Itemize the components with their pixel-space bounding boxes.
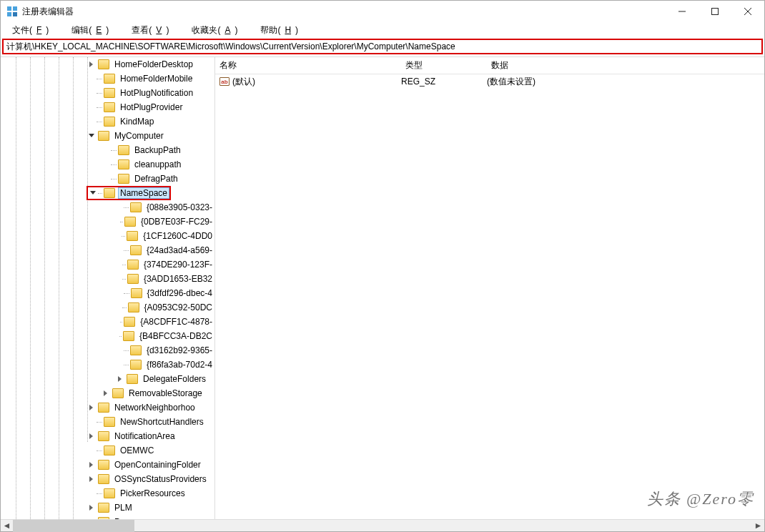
tree-item[interactable]: {A0953C92-50DC	[1, 300, 214, 315]
tree-item[interactable]: HomeFolderDesktop	[1, 57, 214, 72]
menu-view[interactable]: 查看(V)	[123, 23, 177, 38]
scroll-left-button[interactable]: ◄	[1, 520, 13, 532]
collapse-icon[interactable]	[88, 190, 98, 196]
tree-item[interactable]: {0DB7E03F-FC29-	[1, 215, 214, 229]
tree-item[interactable]: DelegateFolders	[1, 372, 214, 386]
string-value-icon: ab	[219, 77, 230, 86]
tree-item[interactable]: {f86fa3ab-70d2-4	[1, 358, 214, 372]
tree-item-label: {374DE290-123F-	[142, 259, 214, 270]
expand-icon[interactable]	[87, 476, 97, 482]
collapse-icon[interactable]	[87, 133, 97, 139]
tree-item[interactable]: OpenContainingFolder	[1, 458, 214, 472]
expand-icon[interactable]	[115, 376, 125, 382]
tree-item[interactable]: KindMap	[1, 114, 214, 129]
tree-item[interactable]: OSSyncStatusProviders	[1, 472, 214, 486]
expand-icon[interactable]	[87, 433, 97, 439]
address-bar[interactable]: 计算机\HKEY_LOCAL_MACHINE\SOFTWARE\Microsof…	[2, 39, 763, 54]
titlebar: 注册表编辑器	[1, 1, 764, 22]
tree-item[interactable]: HotPlugNotification	[1, 86, 214, 100]
folder-icon	[104, 188, 115, 198]
tree-item-label: OpenContainingFolder	[112, 459, 203, 471]
svg-rect-1	[13, 6, 17, 11]
tree-item[interactable]: {A8CDFF1C-4878-	[1, 315, 214, 329]
tree-item[interactable]: {088e3905-0323-	[1, 200, 214, 215]
tree-item[interactable]: RemovableStorage	[1, 386, 214, 400]
expand-icon[interactable]	[87, 405, 97, 410]
tree-item[interactable]: {3dfdf296-dbec-4	[1, 286, 214, 300]
tree-item[interactable]: {3ADD1653-EB32	[1, 272, 214, 286]
app-icon	[6, 6, 18, 17]
folder-icon	[112, 388, 124, 398]
tree-item[interactable]: {24ad3ad4-a569-	[1, 243, 214, 257]
scroll-thumb[interactable]	[13, 520, 134, 532]
tree-item-label: OEMWC	[118, 445, 156, 456]
folder-icon	[98, 474, 109, 484]
tree-item-label: {088e3905-0323-	[144, 202, 214, 213]
tree-item[interactable]: cleanuppath	[1, 157, 214, 172]
tree-item-label: {A8CDFF1C-4878-	[138, 316, 214, 327]
menu-file[interactable]: 文件(F)	[4, 23, 57, 38]
folder-icon	[104, 117, 115, 127]
tree-item[interactable]: Power	[1, 515, 214, 519]
folder-icon	[118, 145, 129, 155]
tree-item-label: HotPlugProvider	[118, 102, 184, 113]
tree-item[interactable]: NetworkNeighborhoo	[1, 400, 214, 415]
minimize-button[interactable]	[666, 1, 699, 22]
tree-item[interactable]: MyComputer	[1, 129, 214, 143]
folder-icon	[124, 317, 135, 327]
tree-item[interactable]: PLM	[1, 501, 214, 515]
scroll-right-button[interactable]: ►	[752, 520, 764, 532]
tree-item[interactable]: {374DE290-123F-	[1, 257, 214, 272]
tree-item[interactable]: HomeFolderMobile	[1, 72, 214, 86]
tree-item[interactable]: BackupPath	[1, 143, 214, 157]
expand-icon[interactable]	[101, 390, 111, 396]
tree-item-label: HomeFolderDesktop	[112, 59, 195, 70]
tree-item[interactable]: OEMWC	[1, 443, 214, 458]
value-type: REG_SZ	[401, 77, 487, 87]
folder-icon	[98, 59, 109, 69]
tree-item-label: NewShortcutHandlers	[118, 416, 206, 428]
tree-item[interactable]: {B4BFCC3A-DB2C	[1, 329, 214, 343]
tree-pane[interactable]: HomeFolderDesktopHomeFolderMobileHotPlug…	[1, 57, 215, 519]
expand-icon[interactable]	[87, 61, 97, 67]
col-header-type[interactable]: 类型	[401, 59, 487, 72]
menu-favorites[interactable]: 收藏夹(A)	[183, 23, 246, 38]
tree-item-label: HomeFolderMobile	[118, 73, 194, 84]
col-header-data[interactable]: 数据	[487, 59, 764, 72]
menu-help[interactable]: 帮助(H)	[252, 23, 307, 38]
address-text: 计算机\HKEY_LOCAL_MACHINE\SOFTWARE\Microsof…	[6, 41, 455, 53]
expand-icon[interactable]	[87, 462, 97, 468]
close-button[interactable]	[731, 1, 764, 22]
tree-item[interactable]: PickerResources	[1, 486, 214, 501]
tree-item-label: NameSpace	[118, 187, 169, 199]
menu-edit[interactable]: 编辑(E)	[63, 23, 117, 38]
svg-rect-2	[7, 12, 11, 16]
tree-item-label: {1CF1260C-4DD0	[141, 230, 214, 242]
expand-icon[interactable]	[87, 505, 97, 511]
tree-item-label: RemovableStorage	[127, 388, 204, 399]
folder-icon	[118, 159, 129, 169]
details-row[interactable]: ab (默认) REG_SZ (数值未设置)	[215, 74, 764, 89]
svg-rect-0	[7, 6, 11, 11]
folder-icon	[104, 102, 115, 112]
col-header-name[interactable]: 名称	[215, 59, 401, 72]
tree-item-label: OSSyncStatusProviders	[112, 473, 209, 485]
maximize-button[interactable]	[699, 1, 731, 22]
tree-item[interactable]: NotificationArea	[1, 429, 214, 443]
folder-icon	[127, 374, 138, 384]
tree-item-label: PLM	[112, 502, 134, 513]
svg-rect-3	[13, 12, 17, 16]
horizontal-scrollbar[interactable]: ◄ ►	[1, 519, 764, 531]
tree-item[interactable]: NewShortcutHandlers	[1, 415, 214, 429]
folder-icon	[118, 174, 129, 184]
window-title: 注册表编辑器	[22, 6, 666, 18]
tree-item[interactable]: HotPlugProvider	[1, 100, 214, 114]
tree-item[interactable]: DefragPath	[1, 172, 214, 186]
value-data: (数值未设置)	[487, 76, 764, 88]
scroll-track[interactable]	[13, 520, 752, 532]
details-header[interactable]: 名称 类型 数据	[215, 57, 764, 74]
tree-item[interactable]: {1CF1260C-4DD0	[1, 229, 214, 243]
tree-item[interactable]: {d3162b92-9365-	[1, 343, 214, 358]
folder-icon	[127, 260, 139, 270]
folder-icon	[127, 231, 138, 241]
